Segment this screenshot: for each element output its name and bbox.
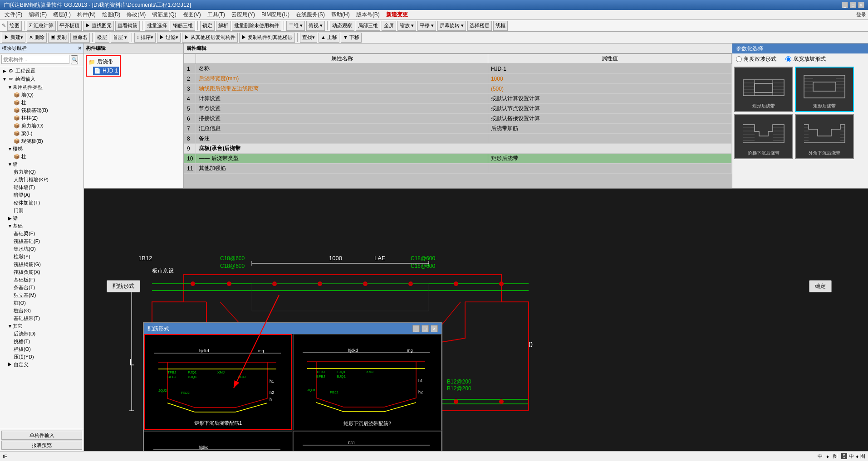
tree-item-coping[interactable]: 压顶(YD) [1,353,83,361]
toolbar-copy[interactable]: ▣ 复制 [48,33,69,43]
toolbar-zoom[interactable]: 缩放 ▾ [397,21,416,31]
rebar-diagram-2[interactable]: hjdkd mg TFBJ BFBJ FJQ1 BJQ1 JQJ1 FBJ2 X… [293,334,441,430]
dialog-controls[interactable]: _ □ × [412,325,438,332]
tree-item-foundation[interactable]: ▼ 基础 [1,222,83,230]
tree-item-masonry[interactable]: 砌体墙(T) [1,184,83,191]
toolbar-select-floor[interactable]: 选择楼层 [467,21,492,31]
nav-panel-close[interactable]: ✕ [78,45,82,51]
prop-row-lap[interactable]: 6 搭接设置 按默认搭接设置计算 [184,114,732,124]
window-controls[interactable]: _ □ × [842,2,864,8]
toolbar-view-rebar[interactable]: 查看钢筋 [115,21,140,31]
toolbar-local-3d[interactable]: 局部三维 [356,21,380,31]
toolbar-rebar-3d[interactable]: 钢筋三维 [171,21,195,31]
tree-item-pillar[interactable]: 📦 柱柱(Z) [1,114,83,122]
menu-edit[interactable]: 编辑(E) [26,10,49,19]
tree-item-door-opening[interactable]: 门洞 [1,207,83,214]
toolbar-copy-from[interactable]: ▶ 从其他楼层复制构件 [182,33,238,43]
toolbar-first-floor[interactable]: 首层 ▾ [111,33,129,43]
tree-item-draw[interactable]: ▼ ✏ 绘图输入 [1,75,83,83]
tree-item-isolated-found[interactable]: 独立基(M) [1,291,83,299]
toolbar-rotate-screen[interactable]: 屏幕旋转 ▾ [437,21,466,31]
component-search-button[interactable]: 🔍 [71,55,78,64]
toolbar-sort[interactable]: ↕ 排序▾ [134,33,156,43]
menu-bim[interactable]: BIM应用(U) [259,10,292,19]
prop-row-axis-dist[interactable]: 3 轴线距后浇带左边线距离 (500) [184,84,732,94]
dialog-maximize[interactable]: □ [422,325,429,332]
toolbar-filter[interactable]: ▶ 过滤▾ [157,33,181,43]
tree-item-canopy[interactable]: 挑檐(T) [1,338,83,345]
toolbar-dynamic[interactable]: 动态观察 [330,21,354,31]
menu-cloud[interactable]: 云应用(Y) [229,10,258,19]
toolbar-2d[interactable]: 二维 ▾ [286,21,305,31]
prop-row-node[interactable]: 5 节点设置 按默认节点设置计算 [184,104,732,114]
toolbar-perspective[interactable]: 俯视 ▾ [306,21,325,31]
toolbar-wireframe[interactable]: 线框 [493,21,508,31]
tree-item-common[interactable]: ▼ 常用构件类型 [1,83,83,91]
dialog-close[interactable]: × [431,325,438,332]
tree-item-pile[interactable]: 桩(O) [1,299,83,307]
tree-item-found-slab[interactable]: 基础板(F) [1,276,83,284]
menu-help[interactable]: 帮助(H) [329,10,353,19]
prop-row-calc[interactable]: 4 计算设置 按默认计算设置计算 [184,94,732,104]
prop-row-other-rebar[interactable]: 11 其他加强筋 [184,164,732,174]
radio-width-slope[interactable] [785,56,791,62]
single-component-input-button[interactable]: 单构件输入 [1,431,82,440]
option-angle-slope[interactable]: 角度放坡形式 [736,55,776,63]
close-button[interactable]: × [858,2,864,8]
tree-item-wall-group[interactable]: ▼ 墙 [1,160,83,168]
rebar-diagram-4[interactable]: FJJ TFBJ BFBJ FJQ1 BJQ1 JQJ1 JQJ2 FBJ2 F… [293,431,441,451]
toolbar-search[interactable]: 查找▾ [300,33,317,43]
tree-item-masonry-rebar[interactable]: 砌体加筋(T) [1,199,83,207]
prop-row-summary[interactable]: 7 汇总信息 后浇带加筋 [184,124,732,134]
toolbar-fullscreen[interactable]: 全屏 [382,21,396,31]
toolbar-move-up[interactable]: ▲ 上移 [319,33,339,43]
tree-item-civil-defense[interactable]: 人防门框墙(KP) [1,176,83,184]
tree-item-wall[interactable]: 📦 墙(Q) [1,91,83,99]
menu-tools[interactable]: 工具(T) [205,10,228,19]
component-node-postcast[interactable]: 📁 后浇带 [88,57,119,67]
toolbar-batch-select[interactable]: 批量选择 [145,21,169,31]
maximize-button[interactable]: □ [850,2,856,8]
toolbar-lock[interactable]: 锁定 [200,21,215,31]
tree-item-parapet[interactable]: 栏板(O) [1,345,83,353]
menu-floor[interactable]: 楼层(L) [50,10,74,19]
shape-step-postcast[interactable]: 阶梯下沉后浇带 [734,114,793,159]
menu-version[interactable]: 版本号(B) [353,10,383,19]
option-width-slope[interactable]: 底宽放坡形式 [785,55,826,63]
tree-item-custom[interactable]: ▶ 自定义 [1,361,83,369]
tree-item-shear2[interactable]: 剪力墙(Q) [1,168,83,176]
tree-item-found-band[interactable]: 基础板带(T) [1,315,83,322]
tree-item-strip-found[interactable]: 条基台(T) [1,284,83,291]
tree-item-raft[interactable]: 📦 筏板基础(B) [1,107,83,114]
rebar-diagram-3[interactable]: hjdkd TFBJ BFBJ FJQ1 BJQ1 JQJ2 FBJ1 XMJ … [144,431,292,451]
menu-online[interactable]: 在线服务(S) [293,10,328,19]
toolbar-align[interactable]: 平齐板顶 [57,21,82,31]
prop-row-width[interactable]: 2 后浇带宽度(mm) 1000 [184,74,732,84]
menu-view[interactable]: 视图(V) [180,10,204,19]
toolbar-floor-select[interactable]: 楼层 [95,33,109,43]
menu-component[interactable]: 构件(N) [74,10,98,19]
prop-row-name[interactable]: 1 名称 HJD-1 [184,64,732,74]
toolbar-draw[interactable]: 绘图 [7,21,22,31]
prop-row-type[interactable]: 10 —— 后浇带类型 矩形后浇带 [184,154,732,164]
toolbar-new[interactable]: ▶ 新建▾ [2,33,25,43]
tree-item-beam[interactable]: 📦 梁(L) [1,130,83,137]
tree-item-hidden-beam[interactable]: 暗梁(A) [1,191,83,199]
shape-rect-postcast-2[interactable]: 矩形后浇带 [795,67,854,112]
tree-item-column[interactable]: 📦 柱 [1,99,83,107]
tree-item-post-cast[interactable]: 后浇带(D) [1,330,83,338]
toolbar-calculate[interactable]: Σ 汇总计算 [27,21,56,31]
tree-item-beam-group[interactable]: ▶ 梁 [1,214,83,222]
toolbar-delete-unused[interactable]: 批量删除未使用构件 [232,21,281,31]
shape-outer-postcast[interactable]: 外角下沉后浇带 [795,114,854,159]
menu-draw[interactable]: 绘图(D) [99,10,123,19]
toolbar-move-down[interactable]: ▼ 下移 [341,33,362,43]
tree-item-stair[interactable]: ▼ 楼梯 [1,145,83,153]
tree-item-pile-cap[interactable]: 桩台(G) [1,307,83,315]
menu-rebar[interactable]: 钢筋量(Q) [149,10,179,19]
prop-row-note[interactable]: 8 备注 [184,134,732,144]
radio-angle-slope[interactable] [736,56,742,62]
component-node-hjd1[interactable]: 📄 HJD-1 [93,67,119,75]
tree-item-raft-found[interactable]: 筏板基础(F) [1,238,83,245]
minimize-button[interactable]: _ [842,2,848,8]
